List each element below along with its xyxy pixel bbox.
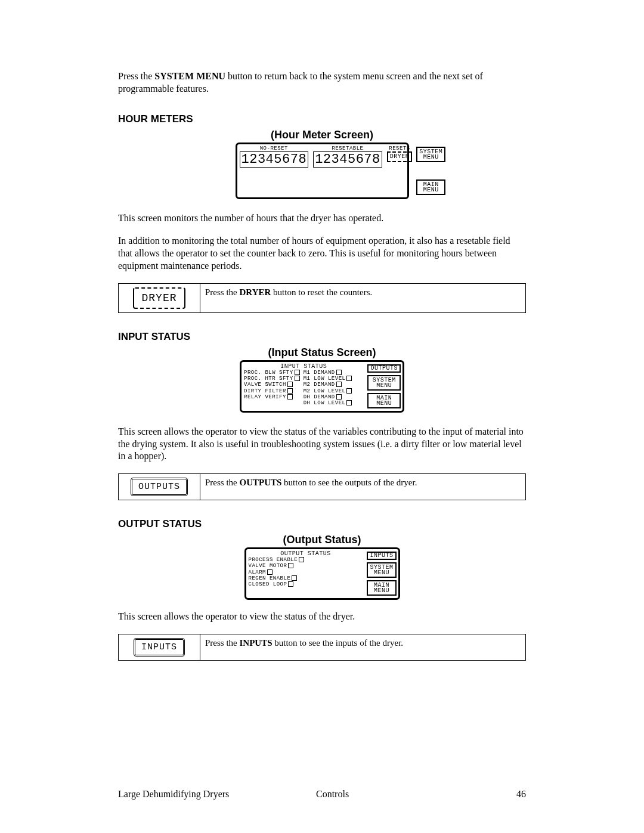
output-status-para: This screen allows the operator to view … (118, 611, 526, 623)
outputs-instr-post: button to see the outputs of the dryer. (281, 478, 417, 487)
inputs-instruction-box: INPUTS Press the INPUTS button to see th… (118, 634, 526, 661)
dryer-instruction-box: DRYER Press the DRYER button to reset th… (118, 283, 526, 313)
inputs-button-icon[interactable]: INPUTS (134, 638, 185, 657)
input-status-screen: INPUT STATUS PROC. BLW SFTY PROC. HTR SF… (240, 360, 404, 413)
counter-no-reset: 12345678 (240, 151, 309, 168)
input-right-1: M1 LOW LEVEL (304, 376, 352, 382)
input-status-title: INPUT STATUS (244, 363, 363, 370)
output-item-0: PROCESS ENABLE (249, 557, 363, 563)
output-status-heading: OUTPUT STATUS (118, 518, 526, 530)
label-resetable: RESETABLE (313, 145, 382, 151)
outputs-button-icon[interactable]: OUTPUTS (131, 478, 188, 496)
hour-meters-heading: HOUR METERS (118, 113, 526, 125)
input-status-heading: INPUT STATUS (118, 331, 526, 343)
footer-center: Controls (292, 789, 490, 800)
output-item-4: CLOSED LOOP (249, 581, 363, 587)
outputs-instruction-box: OUTPUTS Press the OUTPUTS button to see … (118, 473, 526, 500)
label-no-reset: NO-RESET (240, 145, 309, 151)
input-left-2: VALVE SWITCH (244, 382, 300, 388)
intro-bold: SYSTEM MENU (154, 71, 225, 81)
output-item-2: ALARM (249, 569, 363, 575)
output-status-screen: OUTPUT STATUS PROCESS ENABLE VALVE MOTOR… (244, 547, 400, 600)
input-status-para: This screen allows the operator to view … (118, 426, 526, 463)
outputs-button[interactable]: OUTPUTS (367, 364, 401, 373)
input-left-1: PROC. HTR SFTY (244, 376, 300, 382)
system-menu-button[interactable]: SYSTEM MENU (416, 147, 445, 162)
input-right-5: DH LOW LEVEL (304, 400, 352, 406)
hour-meter-screen: NO-RESET 12345678 RESETABLE 12345678 RES… (236, 143, 409, 199)
input-right-4: DH DEMAND (304, 394, 352, 400)
output-status-caption: (Output Status) (118, 534, 526, 546)
inputs-instr-pre: Press the (205, 638, 240, 648)
dryer-instr-pre: Press the (205, 287, 240, 297)
hour-meters-para1: This screen monitors the number of hours… (118, 212, 526, 225)
hour-meters-para2: In addition to monitoring the total numb… (118, 235, 526, 272)
input-right-3: M2 LOW LEVEL (304, 388, 352, 394)
main-menu-button[interactable]: MAIN MENU (416, 179, 445, 195)
intro-paragraph: Press the SYSTEM MENU button to return b… (118, 70, 526, 95)
inputs-instr-bold: INPUTS (240, 638, 273, 648)
output-status-title: OUTPUT STATUS (249, 550, 363, 557)
intro-pre: Press the (118, 71, 154, 81)
counter-resetable: 12345678 (313, 151, 382, 168)
footer-left: Large Dehumidifying Dryers (118, 789, 292, 800)
page-footer: Large Dehumidifying Dryers Controls 46 (118, 789, 526, 800)
system-menu-button-2[interactable]: SYSTEM MENU (367, 375, 401, 391)
outputs-instr-bold: OUTPUTS (240, 478, 282, 487)
input-left-col: PROC. BLW SFTY PROC. HTR SFTY VALVE SWIT… (244, 370, 300, 407)
system-menu-button-3[interactable]: SYSTEM MENU (367, 562, 396, 578)
outputs-instr-pre: Press the (205, 478, 240, 487)
dryer-instr-post: button to reset the counters. (271, 287, 372, 297)
output-item-3: REGEN ENABLE (249, 575, 363, 581)
input-right-0: M1 DEMAND (304, 370, 352, 376)
hour-meter-caption: (Hour Meter Screen) (118, 129, 526, 141)
dryer-button-icon[interactable]: DRYER (133, 287, 185, 309)
main-menu-button-2[interactable]: MAIN MENU (367, 393, 401, 408)
dryer-reset-button[interactable]: DRYER (387, 151, 413, 162)
footer-page: 46 (490, 789, 526, 800)
input-status-caption: (Input Status Screen) (118, 346, 526, 359)
dryer-instr-bold: DRYER (240, 287, 271, 297)
input-left-0: PROC. BLW SFTY (244, 370, 300, 376)
inputs-button[interactable]: INPUTS (367, 552, 396, 560)
input-right-2: M2 DEMAND (304, 382, 352, 388)
input-left-3: DIRTY FILTER (244, 388, 300, 394)
input-right-col: M1 DEMAND M1 LOW LEVEL M2 DEMAND M2 LOW … (304, 370, 352, 407)
input-left-4: RELAY VERIFY (244, 394, 300, 400)
inputs-instr-post: button to see the inputs of the dryer. (273, 638, 404, 648)
output-item-1: VALVE MOTOR (249, 563, 363, 569)
main-menu-button-3[interactable]: MAIN MENU (367, 580, 396, 596)
label-resets: RESETS (387, 145, 413, 151)
